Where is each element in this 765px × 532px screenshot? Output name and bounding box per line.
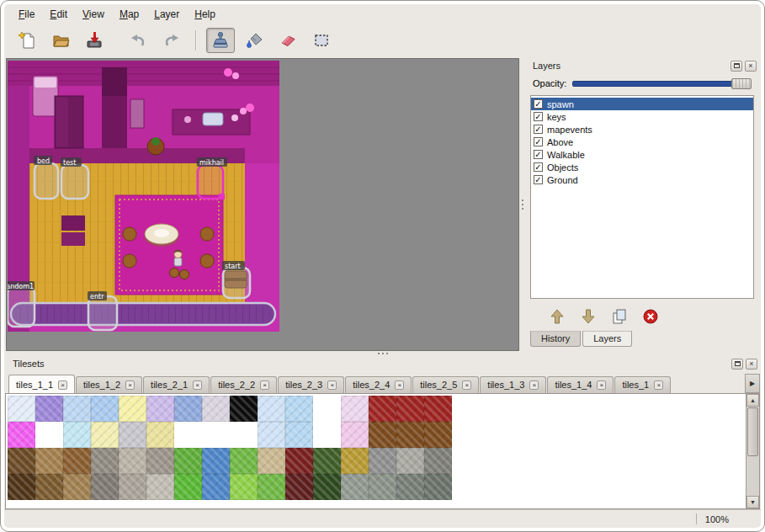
tileset-tile[interactable]: [91, 396, 119, 422]
close-panel-button[interactable]: ×: [745, 61, 757, 72]
tileset-tile[interactable]: [119, 474, 146, 500]
tileset-tile[interactable]: [146, 448, 174, 474]
tileset-tile[interactable]: [146, 396, 174, 422]
scrollbar-track[interactable]: [746, 457, 759, 496]
bucket-fill-button[interactable]: [240, 28, 268, 53]
tileset-tab-tiles_2_4[interactable]: tiles_2_4 ×: [345, 376, 412, 393]
duplicate-layer-button[interactable]: [609, 306, 630, 327]
tileset-tile[interactable]: [258, 396, 285, 422]
tileset-tab-tiles_2_1[interactable]: tiles_2_1 ×: [143, 376, 210, 393]
tileset-tile[interactable]: [91, 474, 119, 500]
tileset-tile[interactable]: [230, 396, 258, 422]
menu-map[interactable]: Map: [112, 6, 146, 23]
rect-select-button[interactable]: [307, 28, 336, 53]
tab-close-icon[interactable]: ×: [395, 380, 404, 390]
layer-checkbox[interactable]: ✓: [534, 137, 543, 146]
tileset-view[interactable]: ▲ ▼: [5, 393, 760, 509]
tileset-tile[interactable]: [8, 396, 35, 422]
tileset-tile[interactable]: [258, 448, 285, 474]
map-object-test[interactable]: [61, 165, 88, 199]
layer-row-mapevents[interactable]: ✓ mapevents: [531, 123, 753, 136]
tileset-tab-tiles_2_3[interactable]: tiles_2_3 ×: [278, 376, 344, 393]
lower-layer-button[interactable]: [578, 306, 598, 327]
menu-help[interactable]: Help: [187, 6, 223, 23]
layer-checkbox[interactable]: ✓: [534, 175, 543, 184]
layer-checkbox[interactable]: ✓: [534, 125, 543, 134]
map-canvas[interactable]: bed test mikhail start random1 entr: [8, 61, 279, 332]
float-panel-button[interactable]: [731, 359, 743, 370]
tileset-tile[interactable]: [285, 422, 313, 448]
tileset-tile[interactable]: [146, 422, 174, 448]
scroll-down-button[interactable]: ▼: [746, 496, 759, 508]
tileset-tile[interactable]: [63, 396, 91, 422]
tileset-tile[interactable]: [202, 448, 230, 474]
tileset-tile[interactable]: [396, 448, 424, 474]
tab-close-icon[interactable]: ×: [654, 380, 663, 390]
tab-close-icon[interactable]: ×: [529, 380, 539, 390]
close-panel-button[interactable]: ×: [746, 359, 757, 370]
tileset-tile[interactable]: [174, 448, 202, 474]
opacity-slider[interactable]: [572, 77, 752, 89]
tileset-tile[interactable]: [202, 396, 230, 422]
layer-checkbox[interactable]: ✓: [534, 150, 543, 159]
tileset-tile[interactable]: [174, 396, 202, 422]
tileset-tile[interactable]: [369, 474, 396, 500]
tileset-tile[interactable]: [146, 474, 174, 500]
tileset-tile[interactable]: [202, 474, 230, 500]
tab-close-icon[interactable]: ×: [193, 380, 202, 390]
tileset-tile[interactable]: [63, 422, 91, 448]
tileset-tile[interactable]: [341, 396, 369, 422]
tileset-tile[interactable]: [63, 448, 91, 474]
map-object-bed[interactable]: [35, 163, 58, 199]
tileset-tile[interactable]: [369, 448, 396, 474]
tab-scroll-right-button[interactable]: ▶: [745, 374, 760, 393]
tileset-tile[interactable]: [285, 474, 313, 500]
tileset-tile[interactable]: [285, 448, 313, 474]
tileset-tab-tiles_2_2[interactable]: tiles_2_2 ×: [210, 376, 277, 393]
float-panel-button[interactable]: [730, 61, 742, 72]
tab-close-icon[interactable]: ×: [327, 380, 337, 390]
tileset-tile[interactable]: [424, 474, 452, 500]
tab-close-icon[interactable]: ×: [597, 380, 606, 390]
layer-row-above[interactable]: ✓ Above: [531, 136, 753, 148]
tileset-tile[interactable]: [91, 448, 119, 474]
eraser-button[interactable]: [274, 28, 302, 53]
tileset-tab-tiles_1_2[interactable]: tiles_1_2 ×: [76, 376, 142, 393]
tileset-tile[interactable]: [396, 422, 424, 448]
tileset-tile[interactable]: [119, 422, 146, 448]
tileset-tab-tiles_1_3[interactable]: tiles_1_3 ×: [480, 376, 546, 393]
menu-edit[interactable]: Edit: [42, 6, 75, 23]
tileset-tile[interactable]: [369, 396, 396, 422]
tab-close-icon[interactable]: ×: [125, 380, 135, 390]
tab-close-icon[interactable]: ×: [260, 380, 269, 390]
tileset-tile[interactable]: [396, 396, 424, 422]
tileset-tile[interactable]: [396, 474, 424, 500]
raise-layer-button[interactable]: [547, 306, 567, 327]
tileset-tile[interactable]: [341, 422, 369, 448]
layer-row-spawn[interactable]: ✓ spawn: [531, 98, 753, 110]
tileset-tile[interactable]: [8, 422, 35, 448]
tab-close-icon[interactable]: ×: [462, 380, 471, 390]
tileset-tile[interactable]: [63, 474, 91, 500]
save-button[interactable]: [80, 28, 109, 53]
tileset-tile[interactable]: [424, 422, 452, 448]
tileset-tile[interactable]: [230, 474, 258, 500]
tileset-tile[interactable]: [313, 474, 341, 500]
object-resize-handle[interactable]: [219, 194, 225, 200]
tileset-tile[interactable]: [35, 396, 63, 422]
tab-close-icon[interactable]: ×: [58, 380, 67, 390]
layer-row-ground[interactable]: ✓ Ground: [531, 173, 753, 186]
map-object-start[interactable]: [223, 268, 250, 298]
tab-layers[interactable]: Layers: [582, 331, 632, 347]
tileset-tile[interactable]: [174, 474, 202, 500]
remove-layer-button[interactable]: [640, 306, 661, 327]
tileset-tile[interactable]: [369, 422, 396, 448]
tileset-tile[interactable]: [8, 474, 35, 500]
tileset-tab-tiles_1_1[interactable]: tiles_1_1 ×: [8, 375, 75, 393]
tileset-tile[interactable]: [119, 396, 146, 422]
layer-row-walkable[interactable]: ✓ Walkable: [531, 148, 753, 161]
map-object-entr[interactable]: [88, 296, 117, 330]
tileset-tile[interactable]: [313, 448, 341, 474]
stamp-brush-button[interactable]: [206, 28, 235, 53]
menu-layer[interactable]: Layer: [146, 6, 187, 23]
